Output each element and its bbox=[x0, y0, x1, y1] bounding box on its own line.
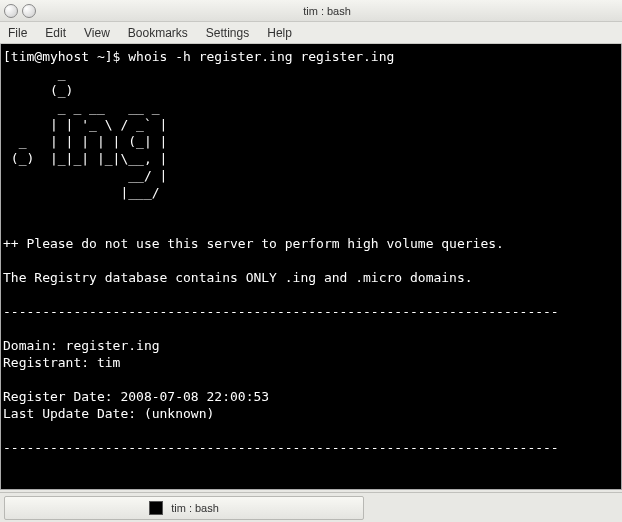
taskbar: tim : bash bbox=[0, 492, 622, 522]
ascii-art-line: __/ | bbox=[3, 168, 167, 183]
menu-help[interactable]: Help bbox=[267, 26, 292, 40]
terminal-output[interactable]: [tim@myhost ~]$ whois -h register.ing re… bbox=[0, 44, 622, 490]
menu-view[interactable]: View bbox=[84, 26, 110, 40]
registrant-line: Registrant: tim bbox=[3, 355, 120, 370]
window-minimize-button[interactable] bbox=[22, 4, 36, 18]
ascii-art-line: _ _ __ __ _ bbox=[3, 100, 160, 115]
terminal-prompt: [tim@myhost ~]$ bbox=[3, 49, 120, 64]
menu-file[interactable]: File bbox=[8, 26, 27, 40]
titlebar: tim : bash bbox=[0, 0, 622, 22]
ascii-art-line: _ bbox=[3, 66, 66, 81]
taskbar-item[interactable]: tim : bash bbox=[4, 496, 364, 520]
menu-settings[interactable]: Settings bbox=[206, 26, 249, 40]
window-menu-button[interactable] bbox=[4, 4, 18, 18]
menu-edit[interactable]: Edit bbox=[45, 26, 66, 40]
taskbar-item-label: tim : bash bbox=[171, 502, 219, 514]
divider-line: ----------------------------------------… bbox=[3, 304, 559, 319]
terminal-command: whois -h register.ing register.ing bbox=[128, 49, 394, 64]
terminal-icon bbox=[149, 501, 163, 515]
divider-line: ----------------------------------------… bbox=[3, 440, 559, 455]
menubar: File Edit View Bookmarks Settings Help bbox=[0, 22, 622, 44]
ascii-art-line: |___/ bbox=[3, 185, 160, 200]
last-update-line: Last Update Date: (unknown) bbox=[3, 406, 214, 421]
menu-bookmarks[interactable]: Bookmarks bbox=[128, 26, 188, 40]
ascii-art-line: (_) bbox=[3, 83, 73, 98]
ascii-art-line: _ | | | | | (_| | bbox=[3, 134, 167, 149]
notice-line: ++ Please do not use this server to perf… bbox=[3, 236, 504, 251]
register-date-line: Register Date: 2008-07-08 22:00:53 bbox=[3, 389, 269, 404]
ascii-art-line: | | '_ \ / _` | bbox=[3, 117, 167, 132]
notice-line: The Registry database contains ONLY .ing… bbox=[3, 270, 473, 285]
domain-line: Domain: register.ing bbox=[3, 338, 160, 353]
ascii-art-line: (_) |_|_| |_|\__, | bbox=[3, 151, 167, 166]
window-title: tim : bash bbox=[36, 5, 618, 17]
